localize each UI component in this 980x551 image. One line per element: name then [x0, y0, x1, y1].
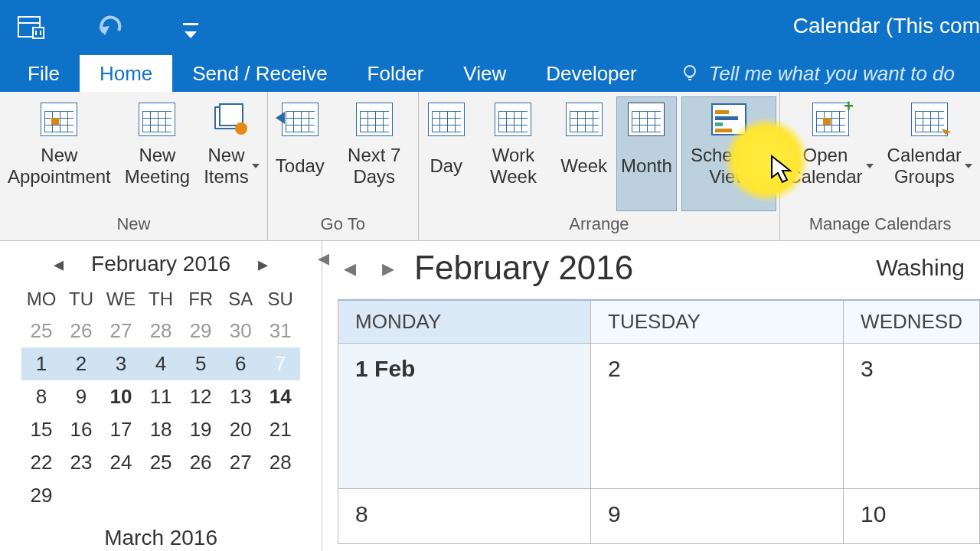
mini-day[interactable]: 17 [101, 413, 141, 446]
mini-dow-header: FR [181, 284, 220, 315]
schedule-view-button[interactable]: Schedule View [681, 96, 776, 211]
tab-folder[interactable]: Folder [348, 55, 444, 92]
mini-day[interactable]: 16 [61, 413, 101, 446]
chevron-down-icon [252, 164, 260, 168]
open-calendar-icon: + [811, 99, 851, 139]
work-week-icon [493, 99, 533, 139]
main-prev[interactable]: ◂ [338, 253, 362, 282]
tell-me-placeholder: Tell me what you want to do [709, 62, 955, 86]
next7-icon [354, 99, 394, 139]
mini-day[interactable]: 27 [220, 446, 260, 479]
svg-rect-13 [715, 116, 738, 120]
meeting-icon [137, 99, 177, 139]
group-label-new: New [3, 211, 264, 236]
mini-day[interactable]: 6 [220, 347, 260, 380]
group-label-arrange: Arrange [422, 211, 776, 236]
mini-day[interactable]: 24 [101, 446, 141, 479]
mini-day[interactable]: 14 [260, 380, 300, 413]
main-next[interactable]: ▸ [376, 253, 400, 282]
schedule-view-icon [709, 99, 749, 139]
mini-day-other[interactable]: 27 [101, 315, 141, 347]
today-icon [280, 99, 320, 139]
mini-day-other[interactable]: 29 [181, 315, 220, 347]
mini-day-other[interactable]: 31 [260, 315, 300, 347]
cal-day-cell[interactable]: 9 [591, 489, 844, 544]
mini-day[interactable]: 20 [220, 413, 260, 446]
mini-day[interactable]: 11 [141, 380, 181, 413]
today-button[interactable]: Today [271, 96, 329, 211]
mini-day[interactable]: 26 [181, 446, 220, 479]
svg-point-5 [684, 66, 695, 77]
calendar-groups-button[interactable]: Calendar Groups [883, 96, 977, 211]
new-appointment-button[interactable]: New Appointment [3, 96, 116, 211]
mini-day[interactable]: 2 [61, 347, 101, 380]
qat-customize-icon[interactable] [175, 11, 207, 44]
appointment-icon [39, 99, 79, 139]
cal-day-cell[interactable]: 8 [338, 489, 591, 544]
location-label: Washing [876, 255, 965, 281]
tab-file[interactable]: File [8, 55, 80, 92]
new-meeting-button[interactable]: New Meeting [120, 96, 194, 211]
mini-day[interactable]: 21 [260, 413, 300, 446]
mini-day-other[interactable]: 25 [21, 315, 61, 347]
window-title: Calendar (This com [793, 14, 980, 38]
cal-day-cell[interactable]: 1 Feb [338, 344, 591, 489]
mini-prev-month[interactable]: ◂ [49, 253, 68, 276]
chevron-down-icon [866, 164, 874, 168]
day-icon [426, 99, 466, 139]
svg-rect-9 [220, 104, 243, 126]
cal-column-header: WEDNESD [844, 299, 980, 344]
mini-day-other[interactable]: 26 [61, 315, 101, 347]
mini-day[interactable]: 10 [101, 380, 141, 413]
new-items-button[interactable]: New Items [199, 96, 264, 211]
tab-developer[interactable]: Developer [526, 55, 657, 92]
mini-day[interactable]: 4 [141, 347, 181, 380]
cal-day-cell[interactable]: 2 [591, 344, 844, 489]
new-items-icon [211, 99, 251, 139]
svg-rect-15 [715, 129, 732, 132]
group-label-manage: Manage Calendars [783, 211, 977, 236]
mini-day[interactable]: 13 [220, 380, 260, 413]
mini-day[interactable]: 8 [21, 380, 61, 413]
main-month-title: February 2016 [414, 249, 633, 287]
mini-day[interactable]: 15 [21, 413, 61, 446]
mini-day[interactable]: 1 [21, 347, 61, 380]
cal-day-cell[interactable]: 10 [844, 489, 980, 544]
mini-day[interactable]: 19 [181, 413, 220, 446]
day-button[interactable]: Day [422, 96, 471, 211]
month-button[interactable]: Month [616, 96, 677, 211]
mini-dow-header: TU [61, 284, 101, 315]
collapse-sidebar-icon[interactable]: ◂ [318, 244, 329, 271]
group-label-goto: Go To [271, 211, 415, 236]
tab-view[interactable]: View [443, 55, 526, 92]
next-7-days-button[interactable]: Next 7 Days [334, 96, 415, 211]
mini-day[interactable]: 23 [61, 446, 101, 479]
mini-day[interactable]: 5 [181, 347, 220, 380]
mini-day[interactable]: 28 [260, 446, 300, 479]
svg-point-10 [235, 122, 247, 135]
mini-day[interactable]: 25 [141, 446, 181, 479]
mini-next-month[interactable]: ▸ [253, 253, 273, 276]
svg-rect-14 [715, 122, 723, 126]
svg-rect-12 [715, 110, 729, 114]
cal-column-header: MONDAY [338, 299, 591, 344]
work-week-button[interactable]: Work Week [475, 96, 551, 211]
svg-rect-2 [33, 28, 44, 38]
tab-home[interactable]: Home [80, 55, 172, 92]
mini-day-other[interactable]: 28 [141, 315, 181, 347]
tab-send-receive[interactable]: Send / Receive [172, 55, 347, 92]
week-button[interactable]: Week [556, 96, 612, 211]
undo-icon[interactable] [95, 11, 127, 44]
tell-me-search[interactable]: Tell me what you want to do [657, 55, 955, 92]
mini-day[interactable]: 7 [260, 347, 300, 380]
mini-day[interactable]: 9 [61, 380, 101, 413]
mini-day-other[interactable]: 30 [220, 315, 260, 347]
cal-day-cell[interactable]: 3 [844, 344, 980, 489]
mini-day[interactable]: 18 [141, 413, 181, 446]
month-icon [626, 99, 666, 139]
mini-day[interactable]: 12 [181, 380, 220, 413]
mini-day[interactable]: 22 [21, 446, 61, 479]
open-calendar-button[interactable]: + Open Calendar [783, 96, 877, 211]
mini-day[interactable]: 29 [21, 479, 61, 512]
mini-day[interactable]: 3 [101, 347, 141, 380]
